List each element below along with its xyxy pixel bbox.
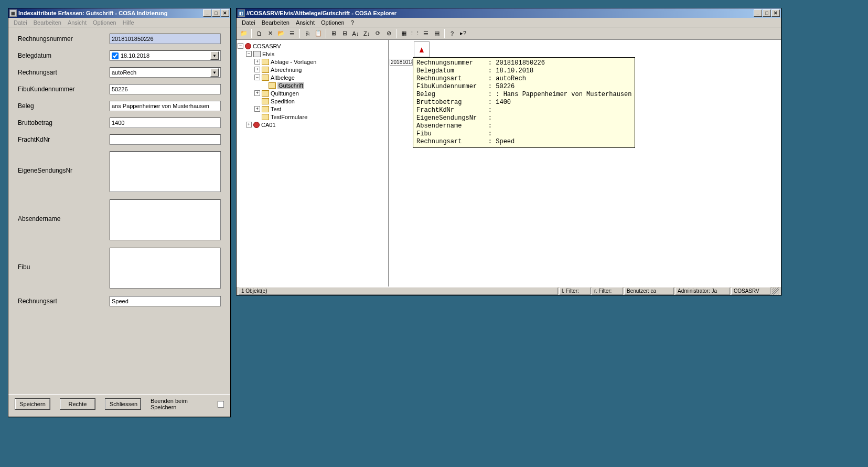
status-user: Benutzer: ca [624, 288, 674, 295]
input-fibukundennummer[interactable] [110, 84, 221, 94]
expand-icon[interactable]: + [254, 59, 260, 65]
menu-datei[interactable]: Datei [10, 18, 30, 27]
folder-tree[interactable]: −COSASRV −Elvis +Ablage - Vorlagen +Abre… [237, 40, 389, 286]
menu-optionen[interactable]: Optionen [90, 18, 120, 27]
open-icon[interactable]: 📂 [276, 28, 286, 39]
indexing-window: ▦ Indexattribute Erfassen: Gutschrift - … [8, 8, 231, 417]
tooltip-info: Rechnungsnummer : 2018101850226 Belegdat… [413, 57, 635, 148]
label-fibu: Fibu [18, 248, 110, 271]
combo-belegdatum[interactable]: 18.10.2018▼ [110, 50, 221, 61]
view-details-icon[interactable]: ▤ [432, 28, 442, 39]
expand-icon[interactable]: + [254, 67, 260, 72]
folder-icon [262, 90, 269, 97]
view-list-icon[interactable]: ☰ [421, 28, 431, 39]
textarea-eigenesendungsnr[interactable] [110, 151, 221, 192]
minimize-button[interactable]: _ [754, 9, 762, 17]
collapse-icon[interactable]: − [238, 43, 243, 49]
resize-grip[interactable] [771, 288, 779, 295]
tree-selected[interactable]: Gutschrift [277, 82, 304, 89]
folder-icon [262, 59, 269, 65]
input-frachtkdnr[interactable] [110, 134, 221, 145]
rights-button[interactable]: Rechte [60, 398, 95, 410]
collapse-icon[interactable]: − [254, 75, 260, 80]
folder-icon [262, 106, 269, 112]
status-rfilter: r. Filter: [592, 288, 623, 295]
folder-open-icon [269, 82, 276, 89]
input-rechnungsart2[interactable] [110, 296, 221, 306]
props-icon[interactable]: ☰ [287, 28, 297, 39]
menu-bearbeiten[interactable]: Bearbeiten [259, 18, 293, 27]
minimize-button[interactable]: _ [203, 9, 211, 17]
copy-icon[interactable]: ⎘ [302, 28, 313, 39]
statusbar: 1 Objekt(e) l. Filter: r. Filter: Benutz… [237, 286, 781, 295]
input-beleg[interactable] [110, 101, 221, 111]
label-rechnungsart2: Rechnungsart [18, 296, 110, 305]
status-server: COSASRV [731, 288, 770, 295]
collapse-icon[interactable]: − [246, 51, 252, 57]
label-beenden: Beenden beim Speichern [151, 398, 212, 410]
textarea-absendername[interactable] [110, 199, 221, 240]
folder-icon [262, 98, 269, 104]
folder-icon [262, 75, 269, 81]
close-button[interactable]: ✕ [221, 9, 229, 17]
delete-icon[interactable]: ✕ [265, 28, 275, 39]
checkbox-beenden[interactable] [218, 401, 224, 408]
db-icon [253, 51, 261, 57]
label-absendername: Absendername [18, 199, 110, 222]
chevron-down-icon[interactable]: ▼ [210, 51, 219, 60]
tree2-icon[interactable]: ⊟ [339, 28, 350, 39]
refresh-icon[interactable]: ⟳ [372, 28, 383, 39]
folder-icon [262, 67, 269, 73]
app-icon: ◧ [238, 9, 245, 17]
help-icon[interactable]: ? [447, 28, 457, 39]
whats-this-icon[interactable]: ▸? [458, 28, 468, 39]
sort-za-icon[interactable]: Z↓ [361, 28, 372, 39]
maximize-button[interactable]: □ [212, 9, 220, 17]
textarea-fibu[interactable] [110, 248, 221, 289]
input-rechnungsnummer[interactable] [110, 34, 221, 44]
close-button[interactable]: ✕ [771, 9, 780, 17]
titlebar2[interactable]: ◧ //COSASRV/Elvis/Altbelege/Gutschrift -… [237, 8, 781, 18]
menubar: Datei Bearbeiten Ansicht Optionen Hilfe [8, 18, 230, 27]
sort-az-icon[interactable]: A↓ [350, 28, 361, 39]
expand-icon[interactable]: + [246, 122, 252, 128]
explorer-window: ◧ //COSASRV/Elvis/Altbelege/Gutschrift -… [236, 8, 781, 295]
menu-hilfe[interactable]: Hilfe [120, 18, 137, 27]
new-icon[interactable]: 🗋 [254, 28, 264, 39]
label-rechnungsart: Rechnungsart [18, 67, 110, 76]
window-title2: //COSASRV/Elvis/Altbelege/Gutschrift - C… [247, 10, 754, 16]
expand-icon[interactable]: + [254, 90, 260, 96]
thumb-label[interactable]: 20181018 [390, 59, 413, 66]
menu-optionen[interactable]: Optionen [318, 18, 348, 27]
save-button[interactable]: Speichern [15, 398, 50, 410]
expand-icon[interactable]: + [254, 106, 260, 112]
menu-ansicht[interactable]: Ansicht [65, 18, 90, 27]
app-icon: ▦ [9, 9, 17, 17]
label-frachtkdnr: FrachtKdNr [18, 134, 110, 143]
maximize-button[interactable]: □ [763, 9, 771, 17]
view-large-icon[interactable]: ▦ [399, 28, 409, 39]
close-button2[interactable]: Schliessen [105, 398, 141, 410]
status-admin: Administrator: Ja [675, 288, 730, 295]
chevron-down-icon[interactable]: ▼ [210, 68, 219, 77]
view-small-icon[interactable]: ⋮⋮ [410, 28, 420, 39]
status-objects: 1 Objekt(e) [239, 288, 558, 295]
menu-ansicht[interactable]: Ansicht [293, 18, 318, 27]
titlebar[interactable]: ▦ Indexattribute Erfassen: Gutschrift - … [8, 8, 230, 18]
stop-icon[interactable]: ⊘ [383, 28, 394, 39]
label-eigenesendungsnr: EigeneSendungsNr [18, 151, 110, 174]
menu-datei[interactable]: Datei [239, 18, 259, 27]
server-icon [253, 122, 260, 128]
up-folder-icon[interactable]: 📁 [239, 28, 249, 39]
paste-icon[interactable]: 📋 [313, 28, 324, 39]
check-belegdatum[interactable] [112, 52, 119, 59]
combo-rechnungsart[interactable]: autoRech▼ [110, 67, 221, 78]
folder-icon [262, 114, 269, 120]
menu-help[interactable]: ? [348, 18, 357, 27]
tree1-icon[interactable]: ⊞ [328, 28, 339, 39]
input-bruttobetrag[interactable] [110, 118, 221, 128]
menu-bearbeiten[interactable]: Bearbeiten [30, 18, 65, 27]
label-fibukundennummer: FibuKundennummer [18, 84, 110, 93]
pdf-icon[interactable] [414, 41, 430, 57]
label-belegdatum: Belegdatum [18, 50, 110, 59]
